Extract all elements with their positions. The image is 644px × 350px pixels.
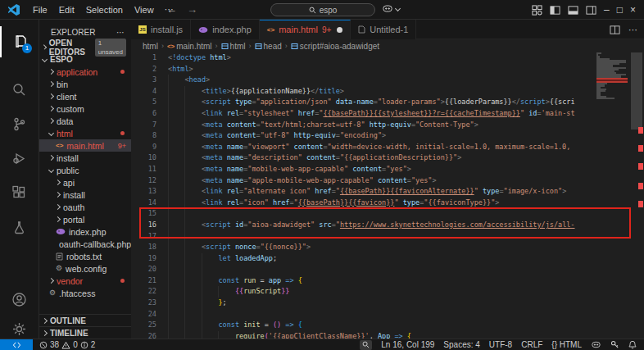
code-line-23[interactable]: 23}; xyxy=(131,298,596,309)
code-line-19[interactable]: 19let loadedApp; xyxy=(131,253,596,265)
account-icon[interactable] xyxy=(0,284,39,315)
editor-more-icon[interactable]: ⋯ xyxy=(628,25,637,35)
tree-item-oauth-callback.php[interactable]: oauth-callback.php xyxy=(39,238,131,250)
copilot-status-icon[interactable] xyxy=(591,340,601,349)
tree-item-install[interactable]: install xyxy=(39,189,131,201)
code-line-18[interactable]: 18<script nonce="{{nonce}}"> xyxy=(131,242,596,253)
code-line-25[interactable]: 25const init = () => { xyxy=(131,320,596,331)
toggle-secondary-sidebar-icon[interactable] xyxy=(586,5,596,16)
code-line-26[interactable]: 26require('{{appClientClassName}}', App … xyxy=(131,331,596,339)
activity-testing[interactable] xyxy=(0,211,39,243)
code-line-22[interactable]: 22{{runScript}} xyxy=(131,286,596,298)
tree-item-api[interactable]: api xyxy=(39,176,131,189)
breadcrumb-item-html[interactable]: html xyxy=(221,42,246,51)
code-line-21[interactable]: 21const run = app => { xyxy=(131,275,596,287)
activity-source-control[interactable] xyxy=(0,108,39,139)
tree-item-vendor[interactable]: vendor xyxy=(39,275,131,287)
maximize-button[interactable]: □ xyxy=(617,4,623,16)
code-line-4[interactable]: 4<title>{{applicationName}}</title> xyxy=(131,86,596,98)
tree-item-public[interactable]: public xyxy=(39,164,131,176)
timeline-label: TIMELINE xyxy=(50,329,88,338)
tree-item-label: vendor xyxy=(57,276,83,286)
indentation-status[interactable]: Spaces: 4 xyxy=(443,340,479,349)
html-file-icon: <> xyxy=(167,43,175,50)
tree-item-bin[interactable]: bin xyxy=(39,78,131,90)
menu-edit[interactable]: Edit xyxy=(53,0,80,20)
open-editors-section[interactable]: OPEN EDITORS 1 unsaved xyxy=(39,41,131,53)
copilot-menu[interactable] xyxy=(382,3,400,14)
unsaved-dot-icon[interactable] xyxy=(337,27,342,33)
tree-item-.htaccess[interactable]: ⚙.htaccess xyxy=(39,287,131,299)
code-line-9[interactable]: 9<meta name="viewport" content="width=de… xyxy=(131,142,596,153)
breadcrumb-item-main.html[interactable]: <>main.html xyxy=(167,42,212,51)
close-button[interactable]: × xyxy=(630,4,636,16)
nav-forward-icon[interactable]: → xyxy=(187,0,197,20)
tab-index.php[interactable]: index.php xyxy=(191,20,260,39)
bell-icon[interactable] xyxy=(628,340,637,349)
tree-item-application[interactable]: application xyxy=(39,66,131,78)
cursor-position[interactable]: Ln 16, Col 199 xyxy=(381,340,434,349)
code-line-1[interactable]: 1<!doctype html> xyxy=(131,52,596,64)
language-status[interactable]: {} HTML xyxy=(551,340,582,349)
minimap[interactable] xyxy=(596,52,629,339)
tree-item-install[interactable]: install xyxy=(39,152,131,164)
tree-item-client[interactable]: client xyxy=(39,90,131,102)
code-line-7[interactable]: 7<meta content="text/html;charset=utf-8"… xyxy=(131,120,596,131)
code-line-24[interactable]: 24 xyxy=(131,309,596,320)
menu-view[interactable]: View xyxy=(129,0,160,20)
minimize-button[interactable]: – xyxy=(604,4,610,16)
problems-status[interactable]: 38 0 2 xyxy=(39,340,95,349)
line-number: 13 xyxy=(131,186,168,198)
breadcrumb-item-head[interactable]: head xyxy=(255,42,282,51)
tree-item-data[interactable]: data xyxy=(39,115,131,127)
activity-extensions[interactable] xyxy=(0,177,39,208)
code-line-3[interactable]: 3<head> xyxy=(131,75,596,86)
command-center-search[interactable]: espo xyxy=(270,3,375,16)
outline-section[interactable]: OUTLINE xyxy=(39,314,131,326)
code-line-6[interactable]: 6<link rel="stylesheet" href="{{basePath… xyxy=(131,108,596,120)
split-editor-icon[interactable] xyxy=(610,25,620,35)
code-line-5[interactable]: 5<script type="application/json" data-na… xyxy=(131,97,596,108)
tab-main.html[interactable]: <>main.html9+ xyxy=(260,20,351,39)
eol-status[interactable]: CRLF xyxy=(521,340,542,349)
tree-item-main.html[interactable]: <>main.html9+ xyxy=(39,139,131,152)
tree-item-index.php[interactable]: index.php xyxy=(39,225,131,238)
tab-Untitled-1[interactable]: Untitled-1 xyxy=(351,20,416,39)
timeline-section[interactable]: TIMELINE xyxy=(39,326,131,339)
code-editor[interactable]: 1<!doctype html>2<html>3<head>4<title>{{… xyxy=(131,52,644,339)
code-line-20[interactable]: 20 xyxy=(131,264,596,275)
tab-install.js[interactable]: JSinstall.js xyxy=(131,20,191,39)
tree-item-html[interactable]: html xyxy=(39,127,131,139)
activity-search[interactable] xyxy=(0,74,39,105)
tree-item-robots.txt[interactable]: robots.txt xyxy=(39,250,131,262)
activity-explorer[interactable]: 1 xyxy=(0,26,39,57)
explorer-more-icon[interactable]: ⋯ xyxy=(116,28,125,37)
tree-item-oauth[interactable]: oauth xyxy=(39,201,131,213)
activity-run-debug[interactable] xyxy=(0,143,39,174)
breadcrumb-item-script#aioa-adawidget[interactable]: script#aioa-adawidget xyxy=(291,42,379,51)
key-icon[interactable] xyxy=(610,340,619,349)
menu-selection[interactable]: Selection xyxy=(80,0,129,20)
tree-item-custom[interactable]: custom xyxy=(39,102,131,115)
remote-indicator[interactable] xyxy=(0,339,33,350)
tree-item-web.config[interactable]: ⚙web.config xyxy=(39,262,131,275)
vertical-scrollbar[interactable] xyxy=(629,52,644,339)
toggle-panel-icon[interactable] xyxy=(568,5,578,16)
toggle-sidebar-icon[interactable] xyxy=(550,5,560,16)
menu-file[interactable]: File xyxy=(27,0,53,20)
text-file-icon xyxy=(56,252,63,261)
zoom-status[interactable] xyxy=(360,340,372,350)
encoding-status[interactable]: UTF-8 xyxy=(489,340,512,349)
nav-back-icon[interactable]: ← xyxy=(166,0,177,20)
code-line-8[interactable]: 8<meta content="utf-8" http-equiv="encod… xyxy=(131,130,596,142)
breadcrumb-item-html[interactable]: html xyxy=(143,42,158,51)
code-line-13[interactable]: 13<link rel="alternate icon" href="{{bas… xyxy=(131,186,596,198)
tree-item-portal[interactable]: portal xyxy=(39,213,131,225)
tree-item-label: oauth-callback.php xyxy=(59,239,131,249)
code-line-12[interactable]: 12<meta name="apple-mobile-web-app-capab… xyxy=(131,175,596,187)
customize-layout-icon[interactable] xyxy=(532,5,542,16)
scrollbar-thumb[interactable] xyxy=(631,52,642,130)
code-line-10[interactable]: 10<meta name="description" content="{{ap… xyxy=(131,152,596,164)
code-line-11[interactable]: 11<meta name="mobile-web-app-capable" co… xyxy=(131,164,596,175)
code-line-2[interactable]: 2<html> xyxy=(131,64,596,75)
